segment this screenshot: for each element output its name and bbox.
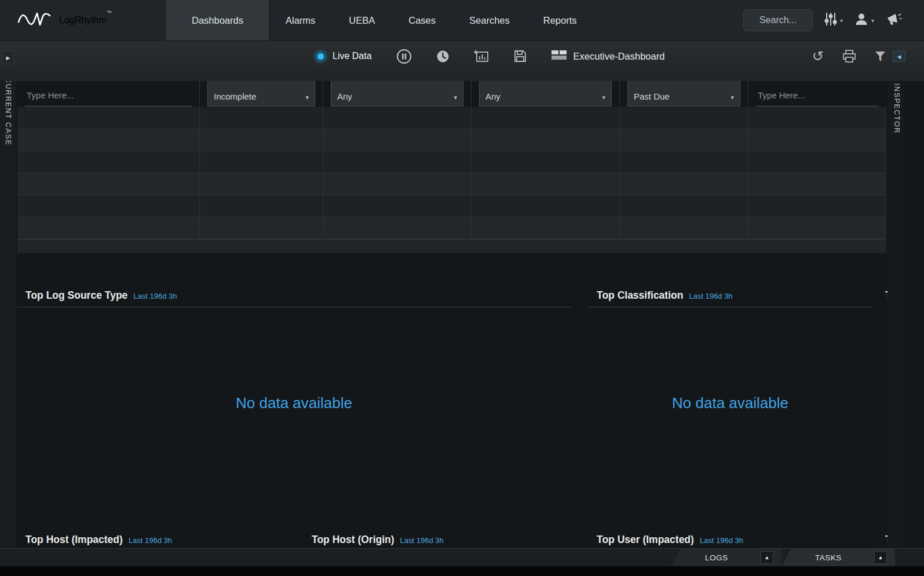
dashboard-selector[interactable]: Executive-Dashboard — [552, 49, 665, 63]
filter-select-any-2[interactable]: Any ▾ — [479, 81, 612, 107]
tasks-expand-button[interactable]: ▲ — [874, 551, 887, 564]
widget-title: Top Log Source Type — [25, 289, 127, 302]
table-row — [17, 107, 886, 129]
widget-time-range: Last 196d 3h — [133, 292, 177, 300]
widget-header: Top Classification Last 196d 3h — [589, 288, 872, 307]
widget-top-classification: Top Classification Last 196d 3h No data … — [589, 288, 872, 533]
live-data-label: Live Data — [333, 51, 372, 61]
widget-time-range: Last 196d 3h — [689, 292, 732, 300]
toolbar-right-group: ↺ — [812, 41, 886, 71]
logs-expand-button[interactable]: ▲ — [761, 551, 773, 564]
table-cell — [200, 151, 323, 173]
brand-text: LogRhythm — [59, 15, 107, 25]
table-cell — [323, 107, 472, 129]
widget-title: Top Classification — [597, 289, 683, 302]
chevron-down-icon: ▾ — [840, 17, 843, 24]
nav-right-cluster: Search... ▾ ▾ — [743, 0, 924, 41]
top-navigation-bar: LogRhythm™ Dashboards Alarms UEBA Cases … — [0, 0, 924, 41]
table-cell — [472, 195, 620, 217]
time-range-button[interactable] — [436, 50, 450, 63]
no-data-message: No data available — [236, 394, 352, 412]
table-cell — [748, 107, 886, 129]
table-cell — [472, 107, 620, 129]
megaphone-icon — [886, 12, 902, 28]
add-widget-icon[interactable] — [474, 50, 489, 63]
logs-drawer-label[interactable]: LOGS — [705, 553, 728, 562]
chevron-down-icon: ▾ — [871, 17, 874, 24]
inspector-rail: INSPECTOR — [888, 81, 905, 548]
print-icon[interactable] — [842, 50, 856, 63]
filter-cell: Incomplete ▾ — [200, 81, 323, 107]
user-menu[interactable]: ▾ — [854, 12, 874, 28]
logs-drawer-tab: LOGS ▲ — [671, 549, 781, 566]
table-cell — [748, 217, 886, 239]
tasks-drawer-label[interactable]: TASKS — [815, 553, 842, 562]
table-cell — [620, 217, 748, 239]
table-cell — [200, 129, 323, 151]
table-cell — [472, 129, 620, 151]
status-filter-select[interactable]: Incomplete ▾ — [207, 81, 315, 107]
case-name-filter-input[interactable] — [25, 81, 192, 107]
table-cell — [620, 151, 748, 173]
table-cell — [17, 195, 200, 217]
widget-top-log-source-type: Top Log Source Type Last 196d 3h No data… — [17, 288, 571, 533]
table-cell — [17, 151, 200, 173]
filter-cell: Any ▾ — [472, 81, 620, 107]
table-cell — [200, 107, 323, 129]
due-date-filter-value: Past Due — [634, 91, 670, 101]
table-row — [17, 217, 886, 239]
widget-time-range: Last 196d 3h — [700, 536, 743, 545]
announcements-button[interactable] — [886, 12, 902, 28]
tab-alarms[interactable]: Alarms — [269, 0, 332, 41]
bottom-drawer-bar: LOGS ▲ TASKS ▲ — [0, 548, 924, 566]
tab-dashboards[interactable]: Dashboards — [166, 0, 269, 41]
live-data-radio-icon — [316, 52, 326, 61]
tab-ueba[interactable]: UEBA — [332, 0, 392, 41]
filter-value: Any — [337, 91, 352, 101]
current-case-expand-button[interactable]: ▶ — [2, 51, 14, 64]
widget-time-range: Last 196d 3h — [400, 536, 444, 545]
table-cell — [748, 151, 886, 173]
widget-title: Top User (Impacted) — [597, 534, 694, 546]
owner-filter-input[interactable] — [756, 81, 879, 107]
table-cell — [620, 129, 748, 151]
table-cell — [323, 173, 472, 195]
inspector-rail-label[interactable]: INSPECTOR — [893, 83, 901, 134]
tab-reports[interactable]: Reports — [527, 0, 594, 41]
table-cell — [472, 217, 620, 239]
filter-select-any-1[interactable]: Any ▾ — [331, 81, 463, 107]
dashboard-name: Executive-Dashboard — [574, 51, 665, 62]
settings-menu[interactable]: ▾ — [824, 12, 843, 29]
table-cell — [200, 217, 323, 239]
table-cell — [748, 195, 886, 217]
chevron-down-icon: ▾ — [731, 94, 734, 101]
inspector-collapse-button[interactable]: ◀ — [893, 51, 905, 62]
tab-searches[interactable]: Searches — [452, 0, 527, 41]
table-cell — [748, 129, 886, 151]
table-cell — [748, 173, 886, 195]
pause-button[interactable] — [396, 49, 412, 64]
logrhythm-app: LogRhythm™ Dashboards Alarms UEBA Cases … — [0, 0, 924, 576]
save-icon[interactable] — [513, 49, 527, 63]
horizontal-scrollbar-track[interactable] — [17, 239, 886, 253]
table-cell — [620, 195, 748, 217]
cases-table-body — [17, 107, 886, 239]
brand: LogRhythm™ — [0, 0, 166, 41]
table-cell — [17, 217, 200, 239]
table-row — [17, 195, 886, 217]
undo-icon[interactable]: ↺ — [812, 49, 824, 63]
no-data-message: No data available — [672, 394, 788, 412]
dashboard-toolbar: Live Data — [0, 41, 924, 81]
due-date-filter-select[interactable]: Past Due ▾ — [627, 81, 740, 107]
widget-title: Top Host (Origin) — [312, 534, 395, 546]
search-button[interactable]: Search... — [743, 9, 813, 31]
tab-cases[interactable]: Cases — [392, 0, 452, 41]
table-cell — [323, 151, 472, 173]
live-data-toggle[interactable]: Live Data — [316, 51, 372, 61]
table-cell — [323, 129, 472, 151]
toolbar-center-group: Live Data — [316, 41, 664, 71]
widget-body: No data available — [17, 307, 571, 530]
current-case-rail-label[interactable]: CURRENT CASE — [4, 78, 12, 146]
filter-icon[interactable] — [875, 51, 886, 61]
chevron-down-icon: ▾ — [305, 94, 309, 101]
